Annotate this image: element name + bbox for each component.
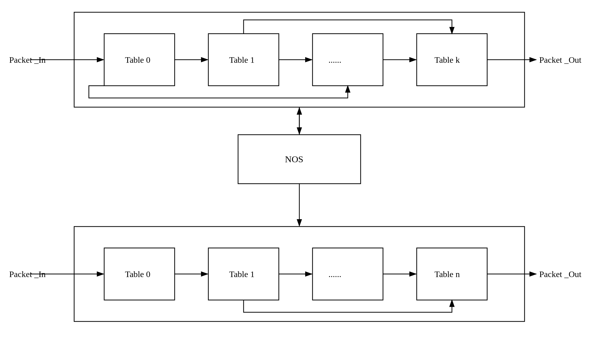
bottom-packet-in-label: Packet _In	[9, 269, 46, 279]
top-packet-out-label: Packet _Out	[539, 55, 582, 65]
bottom-dots-box	[313, 248, 383, 300]
bottom-packet-out-label: Packet _Out	[539, 269, 582, 279]
diagram-container: Packet _In Packet _Out Table 0 Table 1 .…	[0, 0, 599, 364]
top-feedback-upper	[244, 20, 452, 34]
top-tablek-label: Table k	[434, 55, 460, 65]
top-feedback-lower	[89, 86, 348, 98]
top-table0-label: Table 0	[125, 55, 150, 65]
bottom-feedback	[244, 300, 452, 312]
top-packet-in-label: Packet _In	[9, 55, 46, 65]
bottom-table0-label: Table 0	[125, 269, 150, 279]
bottom-table1-label: Table 1	[229, 269, 255, 279]
bottom-tablen-label: Table n	[434, 269, 460, 279]
main-svg: Packet _In Packet _Out Table 0 Table 1 .…	[0, 0, 599, 364]
top-dots-box	[313, 34, 383, 86]
top-table1-label: Table 1	[229, 55, 255, 65]
nos-label: NOS	[285, 154, 303, 164]
bottom-dots-label: ......	[328, 269, 341, 279]
top-dots-label: ......	[328, 55, 341, 65]
